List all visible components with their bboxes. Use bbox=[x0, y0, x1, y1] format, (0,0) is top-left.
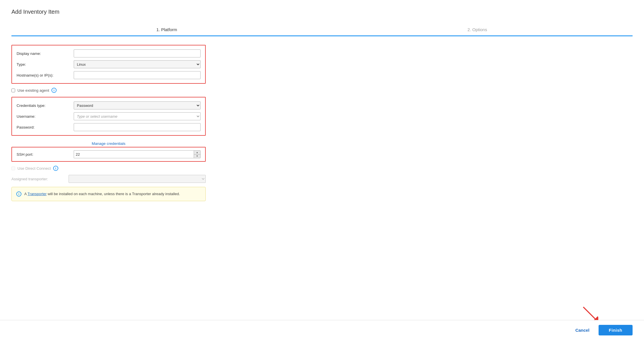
ssh-port-label: SSH port: bbox=[17, 152, 74, 157]
hostname-input[interactable] bbox=[74, 71, 201, 79]
wizard-step-2[interactable]: 2. Options bbox=[322, 24, 633, 35]
password-input[interactable] bbox=[74, 123, 201, 131]
manage-credentials-row: Manage credentials bbox=[11, 140, 206, 147]
ssh-port-spinner-buttons: ▲ ▼ bbox=[194, 150, 201, 158]
transporter-link[interactable]: Transporter bbox=[27, 192, 47, 196]
use-direct-connect-checkbox bbox=[11, 167, 15, 170]
password-label: Password: bbox=[17, 125, 74, 129]
assigned-transporter-select bbox=[69, 175, 206, 183]
use-existing-agent-checkbox[interactable] bbox=[11, 89, 15, 92]
ssh-port-spinner: 22 ▲ ▼ bbox=[74, 150, 201, 158]
wizard-header: 1. Platform 2. Options bbox=[11, 24, 633, 36]
info-box-icon: i bbox=[16, 191, 21, 197]
basic-info-section: Display name: Type: Linux Hostname(s) or… bbox=[11, 45, 206, 84]
use-existing-agent-label: Use existing agent bbox=[17, 88, 49, 93]
credentials-type-select[interactable]: Password bbox=[74, 101, 201, 109]
info-text-after-link: will be installed on each machine, unles… bbox=[47, 192, 180, 196]
info-box: i A Transporter will be installed on eac… bbox=[11, 187, 206, 201]
username-label: Username: bbox=[17, 114, 74, 119]
hostname-label: Hostname(s) or IP(s): bbox=[17, 73, 74, 77]
type-label: Type: bbox=[17, 62, 74, 67]
assigned-transporter-row: Assigned transporter: bbox=[11, 175, 206, 183]
page-title: Add Inventory Item bbox=[11, 9, 633, 15]
svg-line-1 bbox=[583, 307, 595, 319]
credentials-type-label: Credentials type: bbox=[17, 103, 74, 108]
footer: Cancel Finish bbox=[0, 320, 644, 340]
type-select[interactable]: Linux bbox=[74, 60, 201, 68]
display-name-input[interactable] bbox=[74, 49, 201, 57]
ssh-section: SSH port: 22 ▲ ▼ bbox=[11, 147, 206, 162]
display-name-label: Display name: bbox=[17, 51, 74, 56]
cancel-button[interactable]: Cancel bbox=[571, 325, 594, 335]
finish-button[interactable]: Finish bbox=[599, 325, 633, 335]
ssh-port-input[interactable]: 22 bbox=[74, 150, 194, 158]
use-direct-connect-info-icon: i bbox=[53, 166, 58, 171]
info-text-before-link: A bbox=[24, 192, 27, 196]
use-existing-agent-row: Use existing agent i bbox=[11, 88, 206, 93]
ssh-port-increment-button[interactable]: ▲ bbox=[194, 151, 200, 155]
ssh-port-decrement-button[interactable]: ▼ bbox=[194, 155, 200, 158]
username-select[interactable]: Type or select username bbox=[74, 112, 201, 120]
manage-credentials-link[interactable]: Manage credentials bbox=[92, 141, 125, 146]
credentials-section: Credentials type: Password Username: Typ… bbox=[11, 97, 206, 136]
info-circle-icon: i bbox=[16, 191, 21, 197]
use-existing-agent-info-icon: i bbox=[51, 88, 57, 93]
use-direct-connect-row: Use Direct Connect i bbox=[11, 166, 206, 171]
use-direct-connect-label: Use Direct Connect bbox=[17, 166, 51, 171]
wizard-step-1[interactable]: 1. Platform bbox=[11, 24, 322, 35]
assigned-transporter-label: Assigned transporter: bbox=[11, 177, 69, 181]
info-box-text: A Transporter will be installed on each … bbox=[24, 191, 180, 197]
